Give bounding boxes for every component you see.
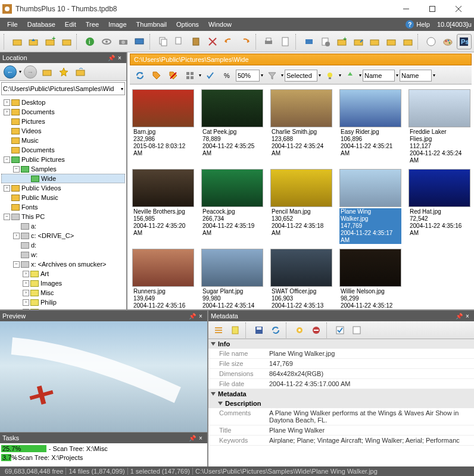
tree-item[interactable]: d: bbox=[1, 240, 125, 250]
menu-file[interactable]: File bbox=[2, 20, 23, 29]
meta-save-button[interactable] bbox=[251, 322, 267, 338]
meta-group[interactable]: Description bbox=[208, 399, 474, 408]
expand-icon[interactable]: › bbox=[23, 280, 29, 287]
pin-icon[interactable]: 📌 bbox=[188, 434, 197, 442]
grid-view-button[interactable] bbox=[182, 68, 198, 83]
tree-item[interactable]: ›Desktop bbox=[1, 98, 125, 107]
view-button[interactable] bbox=[99, 34, 114, 49]
thumbnail-grid[interactable]: Barn.jpg232,9862015-08-12 8:03:12 AMCat … bbox=[127, 84, 474, 309]
folder-plus-button[interactable]: + bbox=[42, 34, 58, 49]
folder-new-button[interactable]: + bbox=[334, 34, 350, 49]
menu-options[interactable]: Options bbox=[171, 20, 204, 29]
preview-image[interactable] bbox=[0, 321, 207, 432]
meta-group[interactable]: Info bbox=[208, 339, 474, 349]
menu-tree[interactable]: Tree bbox=[81, 20, 104, 29]
close-panel-icon[interactable]: × bbox=[197, 312, 205, 320]
pin-icon[interactable]: 📌 bbox=[107, 54, 116, 62]
thumbnail-item[interactable]: Charlie Smith.jpg123,6882004-11-22 4:35:… bbox=[270, 89, 332, 164]
minimize-button[interactable] bbox=[393, 1, 419, 17]
info-button[interactable]: i bbox=[82, 34, 98, 49]
help-icon[interactable]: ? bbox=[406, 20, 414, 29]
expand-icon[interactable]: › bbox=[13, 233, 20, 239]
monitor-button[interactable] bbox=[132, 34, 147, 49]
thumbnail-item[interactable]: Peacock.jpg266,7342004-11-22 4:35:19 AM bbox=[201, 169, 263, 244]
thumbnail-item[interactable]: Plane Wing Walker.jpg147,7692004-11-22 4… bbox=[339, 169, 401, 244]
help-label[interactable]: Help bbox=[416, 21, 430, 28]
thumbnail-image[interactable] bbox=[339, 89, 401, 127]
tree-item[interactable]: −This PC bbox=[1, 212, 125, 221]
thumbnail-item[interactable]: Freddie Laker Flies.jpg112,1272004-11-22… bbox=[408, 89, 470, 164]
refresh-tree-button[interactable] bbox=[73, 64, 88, 80]
close-button[interactable] bbox=[445, 1, 472, 17]
tree-item[interactable]: ›Art bbox=[1, 269, 125, 278]
collapse-icon[interactable]: − bbox=[4, 156, 10, 163]
address-bar[interactable]: C:\Users\Public\Pictures\Samples\Wide bbox=[130, 54, 472, 65]
metadata-list[interactable]: InfoFile namePlane Wing Walker.jpgFile s… bbox=[208, 339, 474, 466]
tree-item[interactable]: −Samples bbox=[1, 164, 125, 174]
meta-page-button[interactable] bbox=[227, 322, 243, 338]
collapse-icon[interactable]: − bbox=[13, 261, 20, 268]
thumbnail-image[interactable] bbox=[201, 249, 263, 287]
folder-sync-button[interactable] bbox=[383, 34, 399, 49]
tree-item[interactable]: Music bbox=[1, 136, 125, 145]
tree-item[interactable]: ›Philip bbox=[1, 298, 125, 307]
tree-item[interactable]: −x: <Archives on smucker> bbox=[1, 259, 125, 269]
idea-button[interactable] bbox=[322, 68, 338, 83]
thumbnail-image[interactable] bbox=[270, 249, 332, 287]
tree-item[interactable]: ›Misc bbox=[1, 288, 125, 298]
collapse-icon[interactable] bbox=[218, 402, 223, 405]
close-panel-icon[interactable]: × bbox=[463, 312, 472, 320]
menu-window[interactable]: Window bbox=[204, 20, 236, 29]
print-button[interactable] bbox=[261, 34, 277, 49]
thumbnail-item[interactable]: Pencil Man.jpg130,6522004-11-22 4:35:18 … bbox=[270, 169, 332, 244]
scan-button[interactable] bbox=[301, 34, 317, 49]
favorites-button[interactable] bbox=[56, 64, 71, 80]
sort-field-b[interactable] bbox=[400, 70, 432, 82]
thumbnail-item[interactable]: Runners.jpg139,6492004-11-22 4:35:16 AM bbox=[132, 249, 194, 309]
thumbnail-item[interactable]: Barn.jpg232,9862015-08-12 8:03:12 AM bbox=[132, 89, 194, 164]
filter-select[interactable] bbox=[285, 70, 317, 82]
tag-button[interactable] bbox=[149, 68, 164, 83]
collapse-icon[interactable]: − bbox=[13, 166, 20, 173]
menu-image[interactable]: Image bbox=[104, 20, 132, 29]
delete-button[interactable] bbox=[205, 34, 220, 49]
meta-list-button[interactable] bbox=[211, 322, 226, 338]
menu-thumbnail[interactable]: Thumbnail bbox=[132, 20, 171, 29]
thumbnail-image[interactable] bbox=[339, 249, 401, 287]
thumbnail-image[interactable] bbox=[132, 89, 194, 127]
undo-button[interactable] bbox=[221, 34, 236, 49]
thumbnail-image[interactable] bbox=[132, 169, 194, 207]
thumbnail-image[interactable] bbox=[408, 169, 470, 207]
path-input[interactable] bbox=[3, 85, 121, 92]
expand-icon[interactable]: › bbox=[4, 99, 10, 106]
thumbnail-image[interactable] bbox=[408, 89, 470, 127]
zoom-input[interactable] bbox=[236, 70, 260, 82]
open-folder-button[interactable] bbox=[10, 34, 25, 49]
meta-row[interactable]: TitlePlane Wing Walker bbox=[208, 425, 474, 436]
expand-icon[interactable]: › bbox=[4, 109, 10, 115]
tree-item[interactable]: Pictures bbox=[1, 117, 125, 126]
collapse-icon[interactable] bbox=[211, 392, 216, 396]
tree-item[interactable]: ›Documents bbox=[1, 107, 125, 117]
palette-button[interactable] bbox=[423, 34, 439, 49]
close-panel-icon[interactable]: × bbox=[116, 54, 124, 62]
menu-edit[interactable]: Edit bbox=[60, 20, 81, 29]
thumbnail-image[interactable] bbox=[201, 169, 263, 207]
tree-item[interactable]: Public Music bbox=[1, 193, 125, 202]
folder-del-button[interactable] bbox=[400, 34, 416, 49]
collapse-icon[interactable] bbox=[211, 342, 216, 346]
thumbnail-item[interactable]: Red Hat.jpg72,5422004-11-22 4:35:16 AM bbox=[408, 169, 470, 244]
thumbnail-image[interactable] bbox=[339, 169, 401, 207]
meta-delete-button[interactable] bbox=[308, 322, 324, 338]
settings-button[interactable] bbox=[318, 34, 333, 49]
page-button[interactable] bbox=[277, 34, 293, 49]
meta-row[interactable]: Dimensions864x428x24(RGB) bbox=[208, 369, 474, 379]
pin-icon[interactable]: 📌 bbox=[455, 312, 463, 320]
tree-item[interactable]: ›Public Videos bbox=[1, 183, 125, 193]
paste-button[interactable] bbox=[188, 34, 204, 49]
folder-edit-button[interactable] bbox=[59, 34, 74, 49]
folder-up-button[interactable] bbox=[26, 34, 42, 49]
tree-item[interactable]: Fonts bbox=[1, 202, 125, 212]
percent-button[interactable]: % bbox=[219, 68, 235, 83]
tree-item[interactable]: a: bbox=[1, 221, 125, 231]
